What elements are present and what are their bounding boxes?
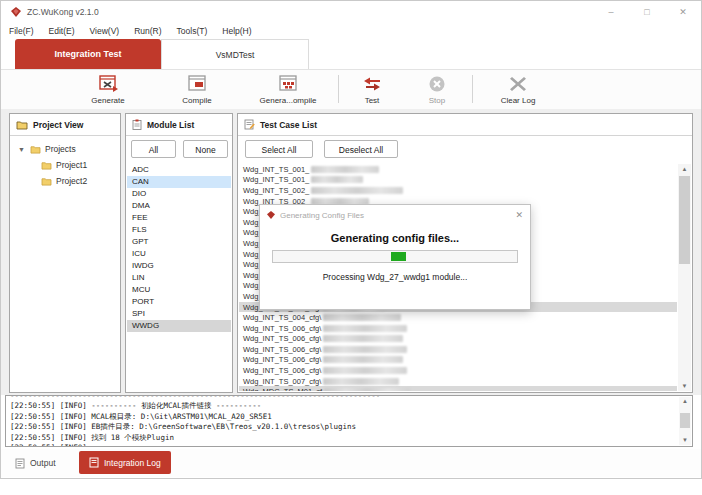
test-case-row[interactable]: Wdg_INT_TS_006_cfg\ [239, 334, 677, 345]
module-item-dma[interactable]: DMA [127, 200, 231, 212]
folder-icon [16, 120, 28, 130]
test-case-row[interactable]: Wdg_MDC_TS_M01_cf [239, 386, 677, 391]
tree-node-project1[interactable]: Project1 [10, 157, 120, 173]
test-button[interactable]: Test [342, 73, 402, 105]
tree-node-project2[interactable]: Project2 [10, 173, 120, 189]
all-button[interactable]: All [131, 140, 176, 158]
log-line: [22:50:55] [INFO] ---------- 初始化MCAL插件链接… [10, 401, 261, 411]
test-case-label: Wdg_INT_TS_006_cfg\ [243, 345, 321, 354]
module-item-icu[interactable]: ICU [127, 248, 231, 260]
menu-item-view[interactable]: View(V) [90, 26, 120, 36]
module-item-port[interactable]: PORT [127, 296, 231, 308]
test-case-row[interactable]: Wdg_INT_TS_002_ [239, 185, 677, 196]
menu-item-edit[interactable]: Edit(E) [49, 26, 75, 36]
redacted-text [323, 325, 407, 332]
clear-log-icon [478, 73, 558, 95]
test-case-row[interactable]: Wdg_INT_TS_001_ [239, 164, 677, 175]
test-case-row[interactable]: Wdg_INT_TS_004_cfg\ [239, 312, 677, 323]
test-icon [342, 73, 402, 95]
progress-bar [272, 250, 518, 263]
redacted-text [323, 335, 403, 342]
log-scrollbar[interactable]: ▲ ▼ [679, 397, 691, 445]
module-item-lin[interactable]: LIN [127, 272, 231, 284]
test-case-label: Wdg_INT_TS_007_cfg\ [243, 377, 321, 386]
clear-log-button[interactable]: Clear Log [478, 73, 558, 105]
scroll-down-icon[interactable]: ▼ [678, 381, 691, 391]
test-case-row[interactable]: Wdg_INT_TS_007_cfg\ [239, 376, 677, 387]
scroll-up-icon[interactable]: ▲ [679, 397, 691, 406]
test-case-label: Wdg_INT_TS_006_cfg\ [243, 355, 321, 364]
module-item-adc[interactable]: ADC [127, 164, 231, 176]
deselect-all-button[interactable]: Deselect All [324, 140, 398, 158]
scrollbar-thumb[interactable] [679, 176, 690, 264]
redacted-text [323, 367, 407, 374]
progress-block [391, 252, 406, 261]
module-item-wwdg[interactable]: WWDG [127, 320, 231, 332]
module-item-can[interactable]: CAN [127, 176, 231, 188]
module-item-fls[interactable]: FLS [127, 224, 231, 236]
menu-bar: File(F)Edit(E)View(V)Run(R)Tools(T)Help(… [1, 23, 701, 38]
test-case-label: Wdg_INT_TS_001_ [243, 165, 309, 174]
test-case-label: Wdg_INT_TS_006_cfg\ [243, 324, 321, 333]
toolbar-separator [338, 75, 339, 103]
test-case-list-title: Test Case List [260, 120, 317, 130]
project-view-header: Project View [10, 114, 120, 136]
log-output: ----------------------------------------… [10, 396, 678, 446]
tab-integration-log[interactable]: Integration Log [79, 451, 171, 474]
stop-button: Stop [407, 73, 467, 105]
test-case-row[interactable]: Wdg_INT_TS_006_cfg\ [239, 323, 677, 334]
minimize-button[interactable]: – [593, 1, 629, 23]
test-case-row[interactable]: Wdg_INT_TS_006_cfg\ [239, 365, 677, 376]
module-item-dio[interactable]: DIO [127, 188, 231, 200]
menu-item-file[interactable]: File(F) [9, 26, 34, 36]
test-case-scrollbar[interactable]: ▲ ▼ [678, 164, 691, 391]
generate-compile-icon [248, 73, 328, 95]
module-item-iwdg[interactable]: IWDG [127, 260, 231, 272]
scroll-up-icon[interactable]: ▲ [678, 164, 691, 174]
maximize-button[interactable]: □ [629, 1, 665, 23]
scroll-down-icon[interactable]: ▼ [679, 436, 691, 445]
test-case-label: Wdg_INT_TS_006_cfg\ [243, 366, 321, 375]
folder-icon [30, 145, 41, 154]
none-button[interactable]: None [183, 140, 228, 158]
output-doc-icon [15, 458, 25, 469]
generate-button[interactable]: Generate [68, 73, 148, 105]
log-panel: ----------------------------------------… [5, 395, 693, 447]
select-all-button[interactable]: Select All [245, 140, 313, 158]
test-case-label: Wdg_INT_TS_001_ [243, 175, 309, 184]
test-case-row[interactable]: Wdg_INT_TS_006_cfg\ [239, 355, 677, 366]
close-button[interactable]: ✕ [665, 1, 701, 23]
redacted-text [324, 388, 410, 391]
log-line: [22:50:55] [INFO] ---------------------- [10, 443, 191, 446]
redacted-text [311, 166, 379, 173]
test-case-label: Wdg_INT_TS_002_ [243, 186, 309, 195]
tab-vsmdtest[interactable]: VsMDTest [161, 39, 309, 69]
generate-icon [68, 73, 148, 95]
project-view-title: Project View [33, 120, 83, 130]
scrollbar-thumb[interactable] [680, 413, 690, 428]
redacted-text [323, 378, 399, 385]
module-item-fee[interactable]: FEE [127, 212, 231, 224]
menu-item-tools[interactable]: Tools(T) [177, 26, 208, 36]
dialog-close-icon[interactable]: ✕ [515, 210, 523, 220]
chevron-down-icon[interactable]: ▼ [18, 146, 26, 153]
log-line: ----------------------------------------… [10, 396, 380, 401]
log-line: [22:50:55] [INFO] EB插件目录: D:\GreenSoftwa… [10, 422, 356, 432]
log-line: [22:50:55] [INFO] 找到 18 个模块Plugin [10, 433, 174, 443]
redacted-text [323, 356, 403, 363]
test-case-label: Wdg_INT_TS_004_cfg\ [243, 313, 321, 322]
module-item-gpt[interactable]: GPT [127, 236, 231, 248]
redacted-text [323, 346, 407, 353]
module-item-mcu[interactable]: MCU [127, 284, 231, 296]
tab-integration-test[interactable]: Integration Test [15, 39, 161, 69]
menu-item-run[interactable]: Run(R) [134, 26, 161, 36]
compile-button[interactable]: Compile [157, 73, 237, 105]
test-case-row[interactable]: Wdg_INT_TS_006_cfg\ [239, 344, 677, 355]
module-item-spi[interactable]: SPI [127, 308, 231, 320]
generate-compile-button[interactable]: Genera...ompile [248, 73, 328, 105]
menu-item-help[interactable]: Help(H) [222, 26, 251, 36]
test-case-row[interactable]: Wdg_INT_TS_001_ [239, 175, 677, 186]
tree-node-projects[interactable]: ▼ Projects [10, 141, 120, 157]
tab-output[interactable]: Output [15, 453, 56, 473]
test-case-label: Wdg_INT_TS_006_cfg\ [243, 334, 321, 343]
